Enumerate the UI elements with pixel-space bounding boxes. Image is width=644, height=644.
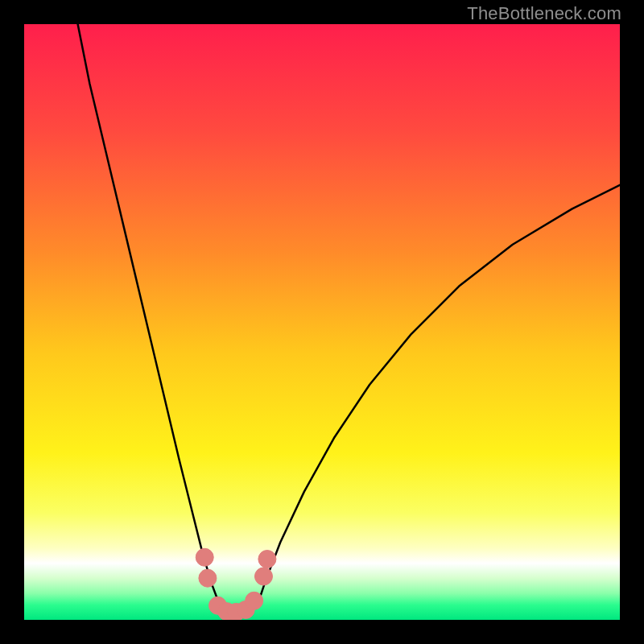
valley-marker	[254, 568, 272, 585]
valley-marker	[246, 592, 263, 609]
watermark-label: TheBottleneck.com	[467, 3, 621, 24]
bottleneck-curve-chart	[24, 24, 620, 620]
valley-marker	[199, 569, 217, 587]
valley-marker	[196, 548, 213, 566]
chart-frame: TheBottleneck.com	[0, 0, 644, 644]
gradient-background	[24, 24, 620, 620]
valley-marker	[258, 551, 276, 568]
